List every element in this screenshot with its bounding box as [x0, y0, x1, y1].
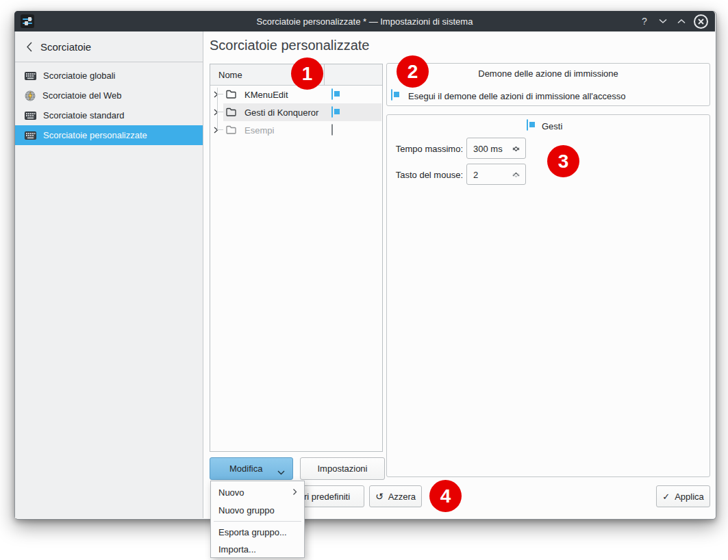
- column-divider[interactable]: [324, 64, 325, 85]
- settings-button[interactable]: Impostazioni: [300, 457, 385, 480]
- keyboard-icon: [25, 131, 36, 140]
- tree-branch-stub: [217, 112, 223, 112]
- menu-item-label: Nuovo: [218, 487, 244, 498]
- reset-button-label: Azzera: [388, 492, 416, 502]
- mouse-button-value: 2: [473, 170, 478, 180]
- menu-item-importa[interactable]: Importa...: [212, 540, 303, 558]
- help-icon[interactable]: ?: [638, 15, 651, 27]
- sidebar-item-scorciatoie-del-web[interactable]: Scorciatoie del Web: [15, 86, 203, 105]
- menu-item-nuovo[interactable]: Nuovo: [212, 483, 303, 501]
- max-time-spinbox[interactable]: 300 ms: [466, 138, 526, 159]
- apply-button-label: Applica: [675, 492, 704, 502]
- tree-branch-stub: [217, 129, 223, 130]
- title-bar[interactable]: Scorciatoie personalizzate * — Impostazi…: [14, 11, 715, 31]
- sidebar-item-label: Scorciatoie del Web: [42, 90, 121, 101]
- page-title: Scorciatoie personalizzate: [210, 38, 369, 53]
- tree-item-label: KMenuEdit: [244, 90, 288, 100]
- tree-row-kmenuedit[interactable]: KMenuEdit: [211, 86, 381, 103]
- mouse-button-spinbox[interactable]: 2: [466, 164, 526, 185]
- annotation-circle-1: 1: [291, 58, 323, 90]
- tree-branch-stub: [217, 94, 223, 94]
- daemon-group-title: Demone delle azione di immissione: [387, 68, 710, 79]
- apply-button[interactable]: ✓ Applica: [656, 485, 710, 507]
- gestures-group-title: Gesti: [542, 121, 562, 131]
- minimize-icon[interactable]: [657, 15, 669, 27]
- annotation-circle-4: 4: [429, 480, 462, 512]
- folder-icon: [226, 90, 236, 101]
- screenshot-root: { "titlebar": { "title": "Scorciatoie pe…: [0, 0, 728, 560]
- annotation-circle-2: 2: [397, 55, 429, 88]
- sidebar-item-label: Scorciatoie standard: [43, 110, 125, 120]
- menu-item-label: Nuovo gruppo: [218, 505, 275, 516]
- edit-dropdown-button[interactable]: Modifica: [210, 457, 293, 480]
- daemon-checkbox-label: Esegui il demone delle azioni di immissi…: [408, 91, 626, 101]
- chevron-left-icon: [26, 42, 32, 52]
- folder-icon: [226, 125, 236, 136]
- menu-item-label: Esporta gruppo...: [218, 527, 287, 537]
- submenu-arrow-icon: [292, 487, 297, 498]
- mouse-button-label: Tasto del mouse:: [386, 170, 463, 180]
- sidebar-back-button[interactable]: Scorciatoie: [15, 31, 203, 62]
- reset-button[interactable]: ↺ Azzera: [369, 485, 422, 507]
- tree-item-checkbox[interactable]: [331, 88, 333, 100]
- undo-icon: ↺: [375, 491, 384, 502]
- gestures-checkbox[interactable]: [527, 119, 528, 131]
- sidebar-item-scorciatoie-personalizzate[interactable]: Scorciatoie personalizzate: [15, 125, 203, 145]
- sidebar-item-scorciatoie-standard[interactable]: Scorciatoie standard: [15, 105, 203, 125]
- maximize-icon[interactable]: [675, 15, 688, 27]
- folder-icon: [226, 107, 236, 118]
- sidebar-item-scorciatoie-globali[interactable]: Scorciatoie globali: [15, 66, 203, 86]
- menu-separator: [214, 521, 301, 522]
- keyboard-icon: [25, 72, 36, 80]
- tree-row-esempi[interactable]: Esempi: [211, 121, 381, 139]
- tree-item-label: Gesti di Konqueror: [244, 107, 318, 118]
- menu-item-nuovo-gruppo[interactable]: Nuovo gruppo: [212, 501, 303, 519]
- sidebar-item-label: Scorciatoie globali: [43, 71, 116, 81]
- max-time-value: 300 ms: [473, 144, 503, 154]
- daemon-checkbox[interactable]: [391, 89, 392, 101]
- edit-dropdown-menu: Nuovo Nuovo gruppo Esporta gruppo... Imp…: [210, 481, 305, 558]
- menu-item-esporta-gruppo[interactable]: Esporta gruppo...: [212, 523, 303, 541]
- spin-down-icon[interactable]: [512, 170, 520, 180]
- annotation-circle-3: 3: [547, 145, 579, 177]
- chevron-down-icon: [277, 467, 285, 477]
- keyboard-icon: [25, 112, 36, 120]
- spin-down-icon[interactable]: [512, 144, 520, 154]
- sidebar-back-label: Scorciatoie: [40, 41, 91, 53]
- close-icon[interactable]: [694, 14, 708, 29]
- menu-item-label: Importa...: [218, 544, 256, 555]
- tree-item-checkbox[interactable]: [331, 124, 333, 136]
- gestures-groupbox: [386, 114, 710, 477]
- tree-item-label: Esempi: [244, 125, 274, 136]
- settings-button-label: Impostazioni: [318, 463, 368, 474]
- max-time-label: Tempo massimo:: [386, 144, 463, 154]
- checkmark-icon: ✓: [662, 492, 670, 502]
- web-globe-icon: [25, 90, 36, 101]
- shortcut-tree: Nome KMenuEdit Gesti di Konqueror Esempi: [210, 64, 383, 452]
- tree-row-gesti-di-konqueror[interactable]: Gesti di Konqueror: [211, 103, 381, 121]
- sidebar-item-label: Scorciatoie personalizzate: [43, 130, 147, 140]
- edit-button-label: Modifica: [229, 463, 262, 474]
- tree-item-checkbox[interactable]: [331, 106, 333, 118]
- window-title: Scorciatoie personalizzate * — Impostazi…: [14, 16, 715, 27]
